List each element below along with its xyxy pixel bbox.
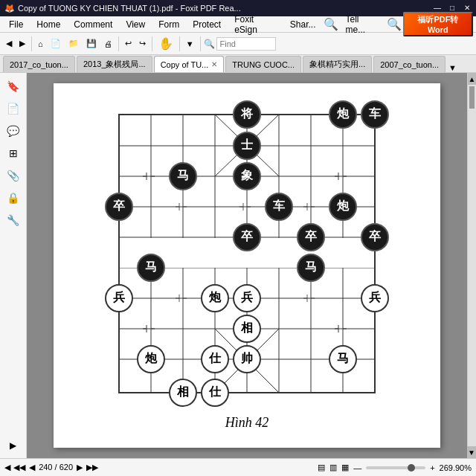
piece-pao4[interactable]: 炮 <box>137 345 165 373</box>
tab-2013[interactable]: 2013_象棋残局... <box>77 56 152 72</box>
view-double-icon[interactable]: ▥ <box>329 463 337 472</box>
sidebar-clip-icon[interactable]: 📎 <box>3 165 24 186</box>
sidebar-lock-icon[interactable]: 🔒 <box>3 187 24 208</box>
scrollbar-down-button[interactable]: ▼ <box>467 446 476 458</box>
tab-2017[interactable]: 2017_co_tuon... <box>3 56 75 72</box>
sidebar-layer-icon[interactable]: ⊞ <box>3 143 24 164</box>
page-nav-last[interactable]: ▶▶ <box>86 463 98 472</box>
tab-trung[interactable]: TRUNG CUOC... <box>225 56 301 72</box>
status-left: ◀ ◀◀ ◀ 240 / 620 ▶ ▶▶ <box>4 463 98 472</box>
right-scrollbar[interactable]: ▲ ▼ <box>467 73 476 458</box>
scrollbar-up-button[interactable]: ▲ <box>468 73 476 85</box>
piece-pao2[interactable]: 炮 <box>329 193 357 221</box>
tab-2007[interactable]: 2007_co_tuon... <box>373 56 446 72</box>
piece-bing2[interactable]: 兵 <box>233 284 261 312</box>
app-icon: 🦊 <box>4 4 15 13</box>
piece-shi2[interactable]: 仕 <box>201 345 229 373</box>
tab-label-trung: TRUNG CUOC... <box>232 60 295 69</box>
tab-label-copy: Copy of TU... <box>161 60 209 69</box>
page-nav-prev[interactable]: ◀ <box>29 463 35 472</box>
sidebar-page-icon[interactable]: 📄 <box>3 98 24 119</box>
sidebar-tool-icon[interactable]: 🔧 <box>3 210 24 231</box>
piece-pao1[interactable]: 炮 <box>329 100 357 129</box>
menu-bar: File Home Comment View Form Protect Foxi… <box>0 16 476 33</box>
piece-bing1[interactable]: 兵 <box>105 284 133 312</box>
dropdown-button[interactable]: ▼ <box>183 38 197 50</box>
piece-zu1[interactable]: 卒 <box>105 193 133 221</box>
piece-xiang3[interactable]: 相 <box>169 379 197 407</box>
window-title: Copy of TUONG KY CHIEN THUAT (1).pdf - F… <box>18 4 241 13</box>
left-sidebar: 🔖 📄 💬 ⊞ 📎 🔒 🔧 ▶ <box>0 73 27 458</box>
save-button[interactable]: 💾 <box>83 37 100 50</box>
page-current: 240 <box>39 463 52 472</box>
status-bar: ◀ ◀◀ ◀ 240 / 620 ▶ ▶▶ ▤ ▥ ▦ — + 269.90% <box>0 458 476 476</box>
tab-close-copy[interactable]: ✕ <box>211 60 217 68</box>
menu-view[interactable]: View <box>120 18 151 31</box>
page-nav-first[interactable]: ◀◀ <box>13 463 25 472</box>
piece-xiang2[interactable]: 相 <box>233 315 261 343</box>
view-single-icon[interactable]: ▤ <box>318 463 325 472</box>
content-area: 将 炮 车 士 马 象 卒 车 炮 卒 <box>27 73 467 458</box>
piece-ma3[interactable]: 马 <box>297 254 325 282</box>
page-nav-next[interactable]: ▶ <box>77 463 83 472</box>
view-continuous-icon[interactable]: ▦ <box>341 463 349 472</box>
tab-label-2013: 2013_象棋残局... <box>83 59 146 70</box>
menu-home[interactable]: Home <box>30 18 66 31</box>
piece-che1[interactable]: 车 <box>361 100 389 129</box>
piece-ma1[interactable]: 马 <box>169 162 197 190</box>
open-button[interactable]: 📁 <box>65 37 82 50</box>
title-bar-left: 🦊 Copy of TUONG KY CHIEN THUAT (1).pdf -… <box>4 4 241 13</box>
piece-bing3[interactable]: 兵 <box>361 284 389 312</box>
home-button[interactable]: ⌂ <box>35 38 46 50</box>
menu-tell-me[interactable]: Tell me... <box>340 13 385 36</box>
piece-che2[interactable]: 车 <box>265 193 293 221</box>
piece-ma2[interactable]: 马 <box>137 254 165 282</box>
menu-comment[interactable]: Comment <box>68 18 118 31</box>
menu-foxit-esign[interactable]: Foxit eSign <box>228 13 283 36</box>
piece-zu4[interactable]: 卒 <box>361 223 389 251</box>
find-input[interactable] <box>216 37 276 51</box>
forward-button[interactable]: ▶ <box>16 37 28 50</box>
menu-protect[interactable]: Protect <box>187 18 227 31</box>
tab-overflow-button[interactable]: ▼ <box>448 63 457 72</box>
piece-pao3[interactable]: 炮 <box>201 284 229 312</box>
redo-button[interactable]: ↪ <box>136 37 149 50</box>
foxit-pdf-word-button[interactable]: 福昕PDF转Word <box>403 12 473 36</box>
zoom-plus-button[interactable]: + <box>430 463 434 472</box>
search-icon-right: 🔍 <box>387 17 402 31</box>
print-button[interactable]: 🖨 <box>101 38 115 50</box>
piece-shi3[interactable]: 仕 <box>201 379 229 407</box>
piece-jiang[interactable]: 将 <box>233 100 261 129</box>
piece-shi1[interactable]: 士 <box>233 132 261 160</box>
scroll-left-button[interactable]: ◀ <box>4 463 10 472</box>
tab-xiangqi[interactable]: 象棋精巧实用... <box>303 56 372 72</box>
chess-diagram: 将 炮 车 士 马 象 卒 车 炮 卒 <box>106 101 388 431</box>
undo-button[interactable]: ↩ <box>122 37 135 50</box>
menu-share[interactable]: Shar... <box>284 18 322 31</box>
menu-form[interactable]: Form <box>152 18 185 31</box>
piece-xiang1[interactable]: 象 <box>233 162 261 190</box>
piece-zu2[interactable]: 卒 <box>233 223 261 251</box>
piece-zu3[interactable]: 卒 <box>297 223 325 251</box>
scrollbar-thumb[interactable] <box>469 86 475 109</box>
hand-tool-button[interactable]: ✋ <box>155 35 176 52</box>
zoom-thumb[interactable] <box>408 464 415 472</box>
main-area: 🔖 📄 💬 ⊞ 📎 🔒 🔧 ▶ <box>0 73 476 458</box>
piece-ma4[interactable]: 马 <box>329 345 357 373</box>
sidebar-bookmark-icon[interactable]: 🔖 <box>3 76 24 97</box>
menu-file[interactable]: File <box>3 18 29 31</box>
page-total: 620 <box>60 463 73 472</box>
tab-label-2007: 2007_co_tuon... <box>380 60 439 69</box>
back-button[interactable]: ◀ <box>3 37 15 50</box>
search-icon-toolbar: 🔍 <box>204 39 215 49</box>
sidebar-collapse-button[interactable]: ▶ <box>10 440 16 455</box>
piece-shuai[interactable]: 帅 <box>233 345 261 373</box>
tab-label-2017: 2017_co_tuon... <box>10 60 68 69</box>
zoom-slider[interactable] <box>366 466 425 469</box>
toolbar-separator-3 <box>152 36 152 51</box>
toolbar-separator-1 <box>31 36 32 51</box>
tab-copy[interactable]: Copy of TU... ✕ <box>154 56 225 72</box>
new-button[interactable]: 📄 <box>48 37 64 50</box>
sidebar-comment-icon[interactable]: 💬 <box>3 120 24 141</box>
zoom-minus-button[interactable]: — <box>353 463 361 472</box>
